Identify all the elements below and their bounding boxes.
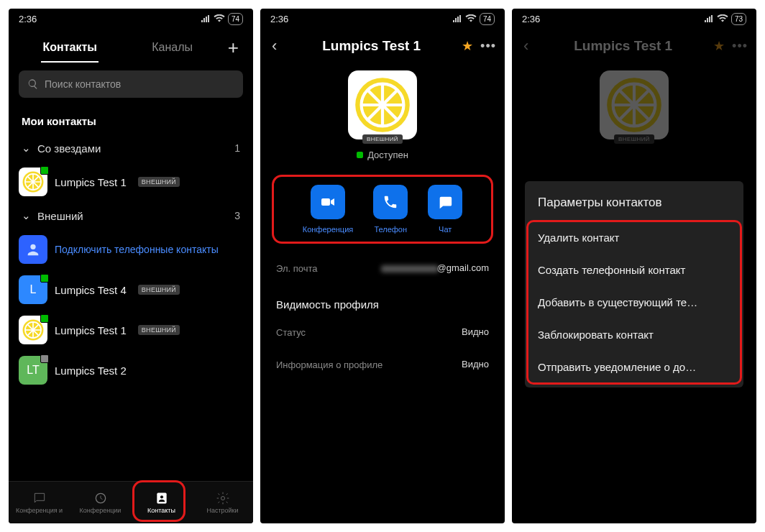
nav-settings[interactable]: Настройки xyxy=(192,482,253,523)
contact-title: Lumpics Test 1 xyxy=(287,38,456,54)
action-meeting[interactable]: Конференция xyxy=(303,185,353,234)
more-button[interactable]: ••• xyxy=(479,39,498,54)
phonebook-icon xyxy=(19,235,47,264)
contact-row[interactable]: Lumpics Test 1 ВНЕШНИЙ xyxy=(9,162,253,202)
email-value: @gmail.com xyxy=(381,262,489,275)
svg-rect-22 xyxy=(321,198,330,206)
presence-dot xyxy=(40,166,49,175)
tab-contacts[interactable]: Контакты xyxy=(19,34,121,61)
back-button[interactable]: ‹ xyxy=(267,34,281,58)
profile-avatar: ВНЕШНИЙ xyxy=(600,70,669,139)
action-chat[interactable]: Чат xyxy=(428,185,462,234)
option-add-existing[interactable]: Добавить в существующий те… xyxy=(525,286,743,318)
nav-meet-chat[interactable]: Конференция и xyxy=(9,482,70,523)
contact-row[interactable]: Lumpics Test 1 ВНЕШНИЙ xyxy=(9,310,253,350)
action-row: Конференция Телефон Чат xyxy=(282,176,483,242)
status-bar: 2:36 73 xyxy=(512,9,756,29)
bottom-nav: Конференция и Конференции Контакты Настр… xyxy=(9,481,253,523)
chevron-down-icon: ⌄ xyxy=(22,142,29,155)
avatar: L xyxy=(19,275,47,304)
options-sheet: Параметры контактов Удалить контакт Созд… xyxy=(525,181,743,387)
external-badge: ВНЕШНИЙ xyxy=(362,134,403,144)
search-icon xyxy=(27,78,39,90)
detail-header: ‹ Lumpics Test 1 ★ ••• xyxy=(512,29,756,63)
profile-area: ВНЕШНИЙ Доступен xyxy=(260,63,505,166)
sheet-title: Параметры контактов xyxy=(525,185,743,221)
presence: Доступен xyxy=(357,150,408,160)
option-delete[interactable]: Удалить контакт xyxy=(525,221,743,254)
star-icon[interactable]: ★ xyxy=(713,38,725,54)
detail-header: ‹ Lumpics Test 1 ★ ••• xyxy=(260,29,505,63)
status-icons: 74 xyxy=(201,13,243,25)
avatar xyxy=(19,316,47,344)
screen-contact-options: 2:36 73 ‹ Lumpics Test 1 ★ ••• ВНЕШНИЙ Э… xyxy=(512,9,756,523)
add-button[interactable]: + xyxy=(224,37,243,59)
nav-meetings[interactable]: Конференции xyxy=(70,482,131,523)
battery: 74 xyxy=(228,13,243,25)
back-button[interactable]: ‹ xyxy=(519,34,533,58)
row-status: Статус Видно xyxy=(260,316,505,349)
avatar: LT xyxy=(19,356,47,385)
visibility-title: Видимость профиля xyxy=(260,285,505,316)
clock: 2:36 xyxy=(19,14,37,24)
group-external[interactable]: ⌄ Внешний 3 xyxy=(9,202,253,229)
contact-row[interactable]: L Lumpics Test 4 ВНЕШНИЙ xyxy=(9,270,253,310)
contact-row[interactable]: LT Lumpics Test 2 xyxy=(9,350,253,390)
connect-phone-contacts[interactable]: Подключить телефонные контакты xyxy=(9,229,253,270)
chevron-down-icon: ⌄ xyxy=(22,209,29,222)
option-send-notification[interactable]: Отправить уведомление о до… xyxy=(525,351,743,383)
svg-point-15 xyxy=(221,497,224,500)
row-profile-info: Информация о профиле Видно xyxy=(260,349,505,382)
screen-contacts-list: 2:36 74 Контакты Каналы + Поиск контакто… xyxy=(9,9,253,523)
nav-contacts[interactable]: Контакты xyxy=(131,482,192,523)
top-tabs: Контакты Каналы + xyxy=(9,29,253,63)
tab-channels[interactable]: Каналы xyxy=(121,34,223,61)
option-create-phone[interactable]: Создать телефонный контакт xyxy=(525,254,743,286)
search-input[interactable]: Поиск контактов xyxy=(19,70,243,98)
profile-avatar: ВНЕШНИЙ xyxy=(348,70,417,139)
section-my-contacts: Мои контакты xyxy=(9,108,253,134)
row-email: Эл. почта @gmail.com xyxy=(260,252,505,285)
screen-contact-detail: 2:36 74 ‹ Lumpics Test 1 ★ ••• ВНЕШНИЙ Д… xyxy=(260,9,505,523)
external-badge: ВНЕШНИЙ xyxy=(138,285,180,295)
external-badge: ВНЕШНИЙ xyxy=(138,177,180,187)
avatar xyxy=(19,168,47,196)
external-badge: ВНЕШНИЙ xyxy=(138,325,180,335)
svg-point-14 xyxy=(160,495,162,498)
option-block[interactable]: Заблокировать контакт xyxy=(525,318,743,351)
group-starred[interactable]: ⌄ Со звездами 1 xyxy=(9,134,253,162)
star-icon[interactable]: ★ xyxy=(462,38,473,54)
status-bar: 2:36 74 xyxy=(9,9,253,29)
action-phone[interactable]: Телефон xyxy=(373,185,408,234)
more-button[interactable]: ••• xyxy=(730,39,749,54)
status-bar: 2:36 74 xyxy=(260,9,505,29)
